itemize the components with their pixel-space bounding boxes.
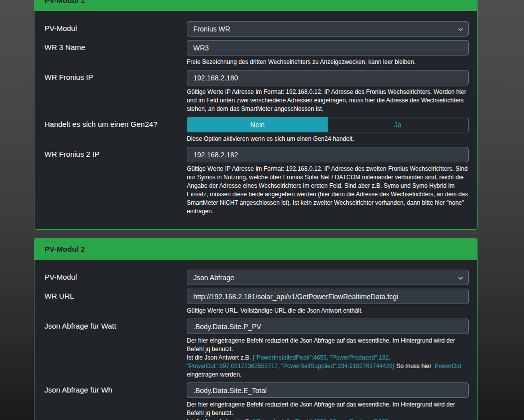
row-json-wh: Json Abfrage für Wh Der hier eingetragen… xyxy=(44,383,469,420)
card-pv-modul-2-header: PV-Modul 2 xyxy=(34,238,477,260)
jq-example-mid: So muss hier xyxy=(395,363,433,370)
jq-key-powerout: .PowerOut xyxy=(433,363,462,370)
gen24-label: Handelt es sich um einen Gen24? xyxy=(44,117,187,143)
jq-example-prefix: Ist die Json Antwort z.B. xyxy=(187,418,252,420)
card-pv-modul-1-body: PV-Modul Fronius WR WR 3 Name xyxy=(34,11,477,229)
gen24-no-button[interactable]: Nein xyxy=(187,117,328,132)
json-watt-label: Json Abfrage für Watt xyxy=(44,319,187,379)
settings-page: PV-Modul 1 PV-Modul Fronius WR xyxy=(34,0,478,420)
wr-fronius2-ip-label: WR Fronius 2 IP xyxy=(44,147,187,216)
json-wh-help: Der hier eingetragene Befehl reduziert d… xyxy=(187,401,469,420)
wr3-name-help: Freie Bezeichnung des dritten Wechselric… xyxy=(187,58,469,66)
card-pv-modul-1-title: PV-Modul 1 xyxy=(44,0,85,4)
row-pv-modul2-type: PV-Modul Json Abfrage xyxy=(44,270,469,285)
row-wr-fronius-ip: WR Fronius IP Gültige Werte IP Adresse i… xyxy=(44,70,469,113)
card-pv-modul-1: PV-Modul 1 PV-Modul Fronius WR xyxy=(34,0,478,230)
json-wh-label: Json Abfrage für Wh xyxy=(44,383,187,420)
row-wr-url: WR URL Gültige Werte URL. Vollständige U… xyxy=(44,289,469,315)
row-pv-modul-type: PV-Modul Fronius WR xyxy=(44,21,469,36)
wr-fronius2-ip-input[interactable] xyxy=(187,147,469,162)
gen24-yes-button[interactable]: Ja xyxy=(328,117,468,132)
card-pv-modul-2-body: PV-Modul Json Abfrage WR URL xyxy=(34,260,477,420)
gen24-toggle-group: Nein Ja xyxy=(187,117,469,132)
gen24-help: Diese Option aktivieren wenn es sich um … xyxy=(187,135,469,143)
wr-url-input[interactable] xyxy=(187,289,469,304)
wr3-name-input[interactable] xyxy=(187,40,469,55)
jq-help-intro: Der hier eingetragene Befehl reduziert d… xyxy=(187,401,455,417)
row-json-watt: Json Abfrage für Watt Der hier eingetrag… xyxy=(44,319,469,379)
json-watt-input[interactable] xyxy=(187,319,469,334)
pv-modul2-select[interactable]: Json Abfrage xyxy=(187,270,469,285)
row-wr3-name: WR 3 Name Freie Bezeichnung des dritten … xyxy=(44,40,469,66)
json-watt-help: Der hier eingetragene Befehl reduziert d… xyxy=(187,337,469,379)
wr-fronius-ip-label: WR Fronius IP xyxy=(44,70,187,113)
wr-fronius-ip-help: Gültige Werte IP Adresse im Format: 192.… xyxy=(187,88,469,113)
wr-url-label: WR URL xyxy=(44,289,187,315)
jq-help-intro: Der hier eingetragene Befehl reduziert d… xyxy=(187,337,455,353)
row-gen24-toggle: Handelt es sich um einen Gen24? Nein Ja … xyxy=(44,117,469,143)
pv-modul-select[interactable]: Fronius WR xyxy=(187,21,469,36)
pv-modul2-label: PV-Modul xyxy=(44,270,187,285)
pv-modul-label: PV-Modul xyxy=(44,21,187,36)
card-pv-modul-2: PV-Modul 2 PV-Modul Json Abfrage xyxy=(34,238,478,420)
wr-fronius2-ip-help: Gültige Werte IP Adresse im Format: 192.… xyxy=(187,165,469,216)
wr3-name-label: WR 3 Name xyxy=(44,40,187,66)
json-wh-input[interactable] xyxy=(187,383,469,398)
row-wr-fronius2-ip: WR Fronius 2 IP Gültige Werte IP Adresse… xyxy=(44,147,469,216)
card-pv-modul-2-title: PV-Modul 2 xyxy=(44,245,85,253)
wr-url-help: Gültige Werte URL. Vollständige URL die … xyxy=(187,307,469,315)
jq-example-prefix: Ist die Json Antwort z.B. xyxy=(187,354,252,361)
card-pv-modul-1-header: PV-Modul 1 xyxy=(34,0,477,11)
wr-fronius-ip-input[interactable] xyxy=(187,70,469,85)
jq-example-suffix: eingetragen werden. xyxy=(187,371,241,378)
